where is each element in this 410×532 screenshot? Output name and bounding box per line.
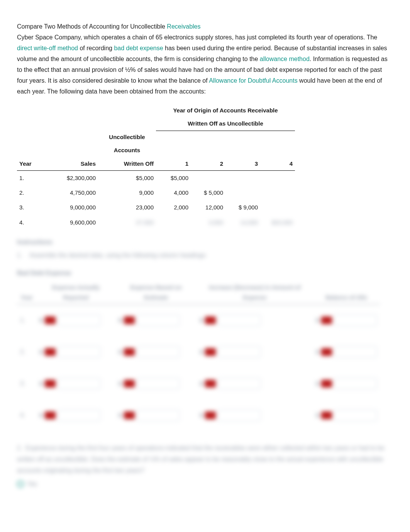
ans-input-cell: $	[197, 368, 313, 399]
question-2-text: Experience during the first four years o…	[17, 445, 385, 474]
ans-year-cell: 4.	[17, 399, 36, 431]
answer-input[interactable]	[137, 346, 180, 358]
link-allowance-doubtful-accounts[interactable]: Allowance for Doubtful Accounts	[209, 77, 297, 84]
dollar-sign: $	[119, 316, 122, 325]
table-cell	[260, 185, 295, 200]
flag-icon	[205, 316, 216, 324]
table-cell	[191, 170, 225, 185]
flag-icon	[45, 380, 56, 388]
answer-input[interactable]	[218, 410, 261, 421]
dollar-sign: $	[39, 347, 42, 357]
col-y2: 2	[191, 157, 225, 171]
answer-input[interactable]	[58, 346, 100, 358]
dollar-sign: $	[39, 411, 42, 420]
col-sales: Sales	[40, 157, 98, 171]
body-span-1: Cyber Space Company, which operates a ch…	[17, 34, 377, 41]
data-table: Year of Origin of Accounts Receivable Wr…	[17, 104, 295, 230]
answer-table: Year Expense Actually Reported Expense B…	[17, 281, 380, 432]
dollar-sign: $	[200, 411, 203, 420]
table-cell: 37,500	[98, 215, 156, 230]
table-row: 3.9,000,00023,0002,00012,000$ 9,000	[17, 200, 295, 215]
flag-icon	[321, 411, 332, 419]
link-direct-write-off[interactable]: direct write-off method	[17, 45, 78, 51]
answer-input[interactable]	[334, 346, 377, 358]
ans-col-balance: Balance of Allo	[313, 281, 380, 304]
question-2-option[interactable]: Yes	[17, 479, 393, 490]
ans-input-cell: $	[115, 399, 197, 431]
table-cell	[225, 170, 260, 185]
ans-col-actual: Expense Actually Reported	[36, 281, 115, 304]
answer-input[interactable]	[137, 378, 180, 389]
answer-input[interactable]	[334, 410, 377, 421]
table-cell: 14,000	[225, 215, 260, 230]
answer-input[interactable]	[218, 378, 261, 389]
table-row: 4.$$$$	[17, 399, 380, 431]
table-cell: 23,000	[98, 200, 156, 215]
table-cell: 4.	[17, 215, 40, 230]
table-cell: 9,600,000	[40, 215, 98, 230]
table-cell: 1.	[17, 170, 40, 185]
link-allowance-method[interactable]: allowance method	[260, 56, 310, 62]
answer-input[interactable]	[58, 314, 100, 326]
answer-input[interactable]	[218, 314, 261, 326]
dollar-sign: $	[119, 347, 122, 357]
table-cell: $2,300,000	[40, 170, 98, 185]
dollar-sign: $	[316, 379, 319, 389]
table-row: 3.$$$$	[17, 368, 380, 399]
flag-icon	[205, 380, 216, 388]
flag-icon	[124, 411, 135, 419]
table-row: 1.$2,300,000$5,000$5,000	[17, 170, 295, 185]
problem-body: Cyber Space Company, which operates a ch…	[17, 32, 393, 97]
answer-input[interactable]	[334, 314, 377, 326]
table-cell	[260, 170, 295, 185]
table-cell: $5,000	[156, 170, 191, 185]
col-y1: 1	[156, 157, 191, 171]
flag-icon	[45, 316, 56, 324]
ans-input-cell: $	[115, 304, 197, 337]
table-cell: 2,000	[156, 200, 191, 215]
dollar-sign: $	[200, 379, 203, 389]
table-row: 1.$$$$	[17, 304, 380, 337]
answer-input[interactable]	[137, 314, 180, 326]
ans-input-cell: $	[115, 336, 197, 368]
problem-title: Compare Two Methods of Accounting for Un…	[17, 21, 393, 32]
ans-input-cell: $	[197, 399, 313, 431]
ans-year-cell: 3.	[17, 368, 36, 399]
instruction-1-num: 1.	[17, 250, 25, 261]
dollar-sign: $	[200, 316, 203, 325]
col-uncollectible-c: Written Off	[98, 157, 156, 171]
question-2-option-label: Yes	[27, 479, 37, 490]
table-cell: 4,750,000	[40, 185, 98, 200]
dollar-sign: $	[316, 347, 319, 357]
answer-input[interactable]	[137, 410, 180, 421]
answer-input[interactable]	[58, 378, 100, 389]
answer-input[interactable]	[58, 410, 100, 421]
dollar-sign: $	[39, 379, 42, 389]
dollar-sign: $	[316, 316, 319, 325]
flag-icon	[321, 380, 332, 388]
question-2: 2. Experience during the first four year…	[17, 443, 393, 476]
ans-year-cell: 2.	[17, 336, 36, 368]
ans-input-cell: $	[313, 399, 380, 431]
link-bad-debt-expense[interactable]: bad debt expense	[114, 45, 163, 51]
answer-input[interactable]	[334, 378, 377, 389]
col-y4: 4	[260, 157, 295, 171]
flag-icon	[45, 411, 56, 419]
bad-debt-heading: Bad Debt Expense	[17, 268, 393, 279]
locked-content: Instructions 1. Assemble the desired dat…	[17, 237, 393, 490]
ans-input-cell: $	[36, 368, 115, 399]
link-receivables[interactable]: Receivables	[167, 23, 200, 30]
spanner-origin-1: Year of Origin of Accounts Receivable	[156, 104, 295, 117]
table-cell	[260, 200, 295, 215]
table-cell: 9,000,000	[40, 200, 98, 215]
table-cell: 2.	[17, 185, 40, 200]
col-uncollectible-b: Accounts	[98, 144, 156, 157]
table-cell: 9,000	[98, 185, 156, 200]
dollar-sign: $	[200, 347, 203, 357]
table-row: 4.9,600,00037,5003,50014,000$20,000	[17, 215, 295, 230]
flag-icon	[321, 316, 332, 324]
flag-icon	[321, 348, 332, 356]
dollar-sign: $	[119, 379, 122, 389]
answer-input[interactable]	[218, 346, 261, 358]
table-cell: $ 5,000	[191, 185, 225, 200]
